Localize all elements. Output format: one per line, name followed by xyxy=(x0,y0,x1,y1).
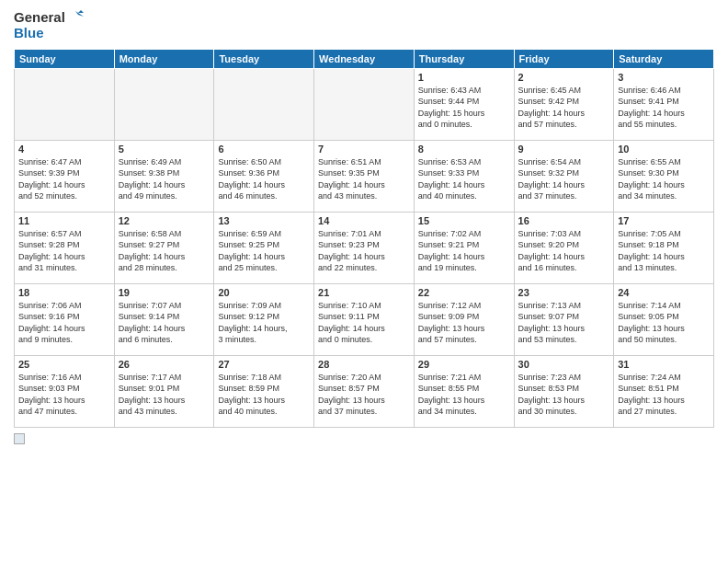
calendar-cell: 2Sunrise: 6:45 AM Sunset: 9:42 PM Daylig… xyxy=(514,68,614,140)
day-number: 7 xyxy=(318,144,410,155)
weekday-header-wednesday: Wednesday xyxy=(314,49,415,68)
weekday-header-monday: Monday xyxy=(114,49,214,68)
weekday-header-saturday: Saturday xyxy=(614,49,714,68)
daylight-box xyxy=(14,433,25,444)
week-row-5: 25Sunrise: 7:16 AM Sunset: 9:03 PM Dayli… xyxy=(15,355,714,427)
day-number: 2 xyxy=(518,72,610,83)
calendar-cell: 19Sunrise: 7:07 AM Sunset: 9:14 PM Dayli… xyxy=(114,283,214,355)
day-number: 5 xyxy=(119,144,210,155)
calendar-cell: 9Sunrise: 6:54 AM Sunset: 9:32 PM Daylig… xyxy=(514,140,614,212)
day-info: Sunrise: 7:12 AM Sunset: 9:09 PM Dayligh… xyxy=(418,300,510,346)
day-number: 26 xyxy=(119,359,210,370)
calendar-cell: 13Sunrise: 6:59 AM Sunset: 9:25 PM Dayli… xyxy=(214,212,314,283)
calendar-cell: 17Sunrise: 7:05 AM Sunset: 9:18 PM Dayli… xyxy=(614,212,714,283)
calendar-cell: 10Sunrise: 6:55 AM Sunset: 9:30 PM Dayli… xyxy=(614,140,714,212)
calendar-cell xyxy=(314,68,415,140)
day-number: 17 xyxy=(618,215,710,226)
day-info: Sunrise: 6:57 AM Sunset: 9:28 PM Dayligh… xyxy=(18,228,110,274)
logo-text-blue: Blue xyxy=(14,26,84,41)
calendar-cell: 27Sunrise: 7:18 AM Sunset: 8:59 PM Dayli… xyxy=(214,355,314,427)
day-info: Sunrise: 7:23 AM Sunset: 8:53 PM Dayligh… xyxy=(518,372,610,418)
day-info: Sunrise: 7:20 AM Sunset: 8:57 PM Dayligh… xyxy=(318,372,410,418)
calendar-cell: 22Sunrise: 7:12 AM Sunset: 9:09 PM Dayli… xyxy=(414,283,514,355)
calendar-cell: 29Sunrise: 7:21 AM Sunset: 8:55 PM Dayli… xyxy=(414,355,514,427)
day-info: Sunrise: 7:07 AM Sunset: 9:14 PM Dayligh… xyxy=(119,300,210,346)
calendar-cell: 31Sunrise: 7:24 AM Sunset: 8:51 PM Dayli… xyxy=(614,355,714,427)
day-number: 31 xyxy=(618,359,710,370)
calendar-cell: 28Sunrise: 7:20 AM Sunset: 8:57 PM Dayli… xyxy=(314,355,415,427)
day-info: Sunrise: 6:45 AM Sunset: 9:42 PM Dayligh… xyxy=(518,85,610,131)
calendar-cell: 14Sunrise: 7:01 AM Sunset: 9:23 PM Dayli… xyxy=(314,212,415,283)
calendar-cell: 23Sunrise: 7:13 AM Sunset: 9:07 PM Dayli… xyxy=(514,283,614,355)
day-number: 11 xyxy=(18,215,110,226)
logo: General Blue xyxy=(14,9,84,41)
calendar-cell: 4Sunrise: 6:47 AM Sunset: 9:39 PM Daylig… xyxy=(15,140,115,212)
day-info: Sunrise: 6:58 AM Sunset: 9:27 PM Dayligh… xyxy=(119,228,210,274)
day-info: Sunrise: 7:01 AM Sunset: 9:23 PM Dayligh… xyxy=(318,228,410,274)
day-info: Sunrise: 6:51 AM Sunset: 9:35 PM Dayligh… xyxy=(318,156,410,202)
day-number: 30 xyxy=(518,359,610,370)
calendar-cell: 30Sunrise: 7:23 AM Sunset: 8:53 PM Dayli… xyxy=(514,355,614,427)
day-info: Sunrise: 7:21 AM Sunset: 8:55 PM Dayligh… xyxy=(418,372,510,418)
weekday-header-thursday: Thursday xyxy=(414,49,514,68)
day-info: Sunrise: 7:06 AM Sunset: 9:16 PM Dayligh… xyxy=(18,300,110,346)
day-info: Sunrise: 7:24 AM Sunset: 8:51 PM Dayligh… xyxy=(618,372,710,418)
day-number: 1 xyxy=(418,72,510,83)
day-number: 8 xyxy=(418,144,510,155)
week-row-4: 18Sunrise: 7:06 AM Sunset: 9:16 PM Dayli… xyxy=(15,283,714,355)
day-info: Sunrise: 6:55 AM Sunset: 9:30 PM Dayligh… xyxy=(618,156,710,202)
day-info: Sunrise: 7:03 AM Sunset: 9:20 PM Dayligh… xyxy=(518,228,610,274)
day-number: 9 xyxy=(518,144,610,155)
day-info: Sunrise: 6:49 AM Sunset: 9:38 PM Dayligh… xyxy=(119,156,210,202)
day-info: Sunrise: 7:02 AM Sunset: 9:21 PM Dayligh… xyxy=(418,228,510,274)
day-number: 3 xyxy=(618,72,710,83)
calendar: SundayMondayTuesdayWednesdayThursdayFrid… xyxy=(14,49,714,428)
weekday-header-row: SundayMondayTuesdayWednesdayThursdayFrid… xyxy=(15,49,714,68)
day-number: 15 xyxy=(418,215,510,226)
day-info: Sunrise: 7:13 AM Sunset: 9:07 PM Dayligh… xyxy=(518,300,610,346)
logo-text-general: General xyxy=(14,10,65,26)
day-number: 10 xyxy=(618,144,710,155)
calendar-cell xyxy=(114,68,214,140)
day-number: 16 xyxy=(518,215,610,226)
day-number: 25 xyxy=(18,359,110,370)
day-number: 27 xyxy=(218,359,310,370)
calendar-cell: 7Sunrise: 6:51 AM Sunset: 9:35 PM Daylig… xyxy=(314,140,415,212)
weekday-header-friday: Friday xyxy=(514,49,614,68)
calendar-cell: 5Sunrise: 6:49 AM Sunset: 9:38 PM Daylig… xyxy=(114,140,214,212)
header: General Blue xyxy=(14,9,714,41)
day-info: Sunrise: 7:05 AM Sunset: 9:18 PM Dayligh… xyxy=(618,228,710,274)
calendar-cell: 15Sunrise: 7:02 AM Sunset: 9:21 PM Dayli… xyxy=(414,212,514,283)
calendar-cell: 12Sunrise: 6:58 AM Sunset: 9:27 PM Dayli… xyxy=(114,212,214,283)
day-number: 20 xyxy=(218,287,310,298)
day-number: 18 xyxy=(18,287,110,298)
calendar-cell: 21Sunrise: 7:10 AM Sunset: 9:11 PM Dayli… xyxy=(314,283,415,355)
day-number: 19 xyxy=(119,287,210,298)
day-info: Sunrise: 7:09 AM Sunset: 9:12 PM Dayligh… xyxy=(218,300,310,346)
week-row-3: 11Sunrise: 6:57 AM Sunset: 9:28 PM Dayli… xyxy=(15,212,714,283)
calendar-cell xyxy=(214,68,314,140)
day-number: 21 xyxy=(318,287,410,298)
day-number: 12 xyxy=(119,215,210,226)
calendar-cell: 26Sunrise: 7:17 AM Sunset: 9:01 PM Dayli… xyxy=(114,355,214,427)
day-info: Sunrise: 7:18 AM Sunset: 8:59 PM Dayligh… xyxy=(218,372,310,418)
day-info: Sunrise: 6:59 AM Sunset: 9:25 PM Dayligh… xyxy=(218,228,310,274)
day-info: Sunrise: 7:16 AM Sunset: 9:03 PM Dayligh… xyxy=(18,372,110,418)
day-number: 14 xyxy=(318,215,410,226)
week-row-2: 4Sunrise: 6:47 AM Sunset: 9:39 PM Daylig… xyxy=(15,140,714,212)
calendar-cell: 20Sunrise: 7:09 AM Sunset: 9:12 PM Dayli… xyxy=(214,283,314,355)
day-number: 6 xyxy=(218,144,310,155)
day-info: Sunrise: 6:53 AM Sunset: 9:33 PM Dayligh… xyxy=(418,156,510,202)
calendar-cell: 1Sunrise: 6:43 AM Sunset: 9:44 PM Daylig… xyxy=(414,68,514,140)
weekday-header-tuesday: Tuesday xyxy=(214,49,314,68)
day-number: 29 xyxy=(418,359,510,370)
day-info: Sunrise: 6:54 AM Sunset: 9:32 PM Dayligh… xyxy=(518,156,610,202)
calendar-cell: 25Sunrise: 7:16 AM Sunset: 9:03 PM Dayli… xyxy=(15,355,115,427)
page: General Blue SundayMondayTuesdayWednesda… xyxy=(0,0,728,563)
day-number: 24 xyxy=(618,287,710,298)
calendar-cell: 3Sunrise: 6:46 AM Sunset: 9:41 PM Daylig… xyxy=(614,68,714,140)
calendar-cell: 11Sunrise: 6:57 AM Sunset: 9:28 PM Dayli… xyxy=(15,212,115,283)
calendar-cell: 8Sunrise: 6:53 AM Sunset: 9:33 PM Daylig… xyxy=(414,140,514,212)
day-number: 23 xyxy=(518,287,610,298)
calendar-cell xyxy=(15,68,115,140)
